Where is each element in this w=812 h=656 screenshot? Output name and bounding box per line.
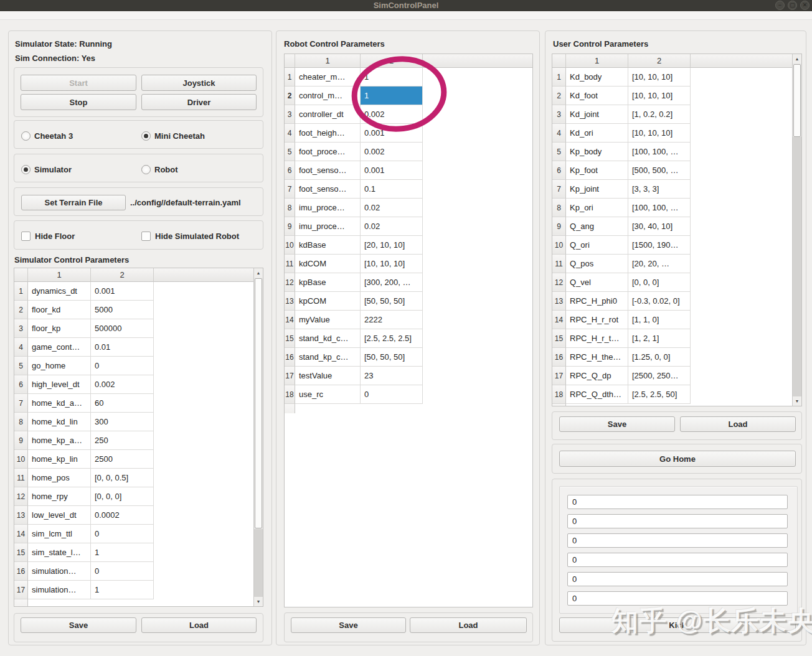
param-name-cell[interactable]: RPC_H_r_rot xyxy=(566,311,628,329)
param-name-cell[interactable]: Kd_foot xyxy=(566,87,628,105)
vertical-scrollbar[interactable]: ▲ ▼ xyxy=(253,268,263,606)
param-value-cell[interactable]: [1, 0.2, 0.2] xyxy=(628,105,691,124)
param-value-cell[interactable]: 0.001 xyxy=(361,161,423,180)
hide-simulated-robot-label[interactable]: Hide Simulated Robot xyxy=(155,232,239,241)
param-value-cell[interactable]: 5000 xyxy=(91,301,154,319)
row-header[interactable]: 6 xyxy=(14,375,28,394)
param-name-cell[interactable]: Kd_ori xyxy=(566,124,628,143)
row-header[interactable]: 4 xyxy=(552,124,566,143)
kick-input-1[interactable]: 0 xyxy=(567,495,788,509)
row-header[interactable]: 11 xyxy=(552,255,566,273)
row-header[interactable]: 1 xyxy=(14,282,28,301)
param-value-cell[interactable]: 0.001 xyxy=(91,282,154,301)
row-header[interactable]: 16 xyxy=(552,348,566,367)
row-header[interactable]: 12 xyxy=(285,273,295,292)
param-value-cell[interactable]: [2500, 250… xyxy=(628,367,691,385)
param-value-cell[interactable]: [0, 0, 0] xyxy=(628,273,691,292)
radio-mini-cheetah[interactable] xyxy=(141,131,151,141)
param-name-cell[interactable]: control_m… xyxy=(295,87,361,105)
row-header[interactable]: 14 xyxy=(14,525,28,543)
param-value-cell[interactable]: [50, 50, 50] xyxy=(361,292,423,311)
param-name-cell[interactable] xyxy=(28,599,91,607)
row-header[interactable]: 16 xyxy=(14,562,28,581)
param-value-cell[interactable]: [3, 3, 3] xyxy=(628,180,691,199)
row-header[interactable]: 4 xyxy=(285,124,295,143)
scroll-down-icon[interactable]: ▼ xyxy=(254,597,263,606)
row-header[interactable]: 7 xyxy=(14,394,28,413)
param-value-cell[interactable]: 0.002 xyxy=(361,143,423,161)
row-header[interactable]: 9 xyxy=(14,431,28,450)
row-header[interactable]: 18 xyxy=(285,385,295,404)
param-name-cell[interactable]: Kp_ori xyxy=(566,199,628,217)
sim-save-button[interactable]: Save xyxy=(21,617,136,633)
param-name-cell[interactable]: stand_kd_c… xyxy=(295,329,361,348)
param-name-cell[interactable]: simulation… xyxy=(28,581,91,599)
row-header[interactable] xyxy=(285,404,295,413)
robot-save-button[interactable]: Save xyxy=(291,617,406,633)
param-name-cell[interactable]: high_level_dt xyxy=(28,375,91,394)
row-header[interactable]: 2 xyxy=(552,87,566,105)
param-name-cell[interactable]: Kd_joint xyxy=(566,105,628,124)
kick-button[interactable]: Kick xyxy=(559,617,796,633)
maximize-icon[interactable]: ▢ xyxy=(788,1,797,10)
param-value-cell[interactable]: [500, 500, … xyxy=(628,161,691,180)
param-value-cell[interactable] xyxy=(361,404,423,413)
param-name-cell[interactable]: Kd_body xyxy=(566,68,628,87)
hide-floor-label[interactable]: Hide Floor xyxy=(35,232,75,241)
row-header[interactable]: 8 xyxy=(14,413,28,431)
param-value-cell[interactable]: 250 xyxy=(91,431,154,450)
param-value-cell[interactable]: 0.002 xyxy=(361,105,423,124)
row-header[interactable]: 14 xyxy=(552,311,566,329)
row-header[interactable]: 13 xyxy=(285,292,295,311)
param-name-cell[interactable]: testValue xyxy=(295,367,361,385)
param-value-cell[interactable]: 0.02 xyxy=(361,199,423,217)
param-name-cell[interactable]: foot_proce… xyxy=(295,143,361,161)
row-header[interactable]: 9 xyxy=(552,217,566,236)
column-header-1[interactable]: 1 xyxy=(295,54,361,68)
param-value-cell[interactable]: [2.5, 2.5, 2.5] xyxy=(361,329,423,348)
robot-load-button[interactable]: Load xyxy=(410,617,527,633)
driver-button[interactable]: Driver xyxy=(141,94,257,110)
param-value-cell[interactable]: 1 xyxy=(361,87,423,105)
param-value-cell[interactable]: 0.1 xyxy=(361,180,423,199)
param-value-cell[interactable]: [30, 40, 10] xyxy=(628,217,691,236)
param-name-cell[interactable]: controller_dt xyxy=(295,105,361,124)
user-load-button[interactable]: Load xyxy=(680,416,796,432)
param-value-cell[interactable]: 2222 xyxy=(361,311,423,329)
radio-robot[interactable] xyxy=(141,165,151,174)
row-header[interactable]: 8 xyxy=(552,199,566,217)
param-value-cell[interactable]: [300, 200, … xyxy=(361,273,423,292)
param-value-cell[interactable]: 23 xyxy=(361,367,423,385)
param-value-cell[interactable] xyxy=(91,599,154,607)
row-header[interactable]: 5 xyxy=(552,143,566,161)
param-name-cell[interactable]: Q_ang xyxy=(566,217,628,236)
param-name-cell[interactable]: Kp_joint xyxy=(566,180,628,199)
column-header-2[interactable]: 2 xyxy=(628,54,691,68)
param-value-cell[interactable]: 0.002 xyxy=(91,375,154,394)
row-header[interactable]: 13 xyxy=(14,506,28,525)
param-name-cell[interactable]: foot_senso… xyxy=(295,161,361,180)
row-header[interactable]: 14 xyxy=(285,311,295,329)
radio-cheetah3[interactable] xyxy=(21,131,31,141)
param-value-cell[interactable]: [0, 0, 0] xyxy=(91,487,154,506)
param-value-cell[interactable]: [20, 20, … xyxy=(628,255,691,273)
param-value-cell[interactable]: 60 xyxy=(91,394,154,413)
param-value-cell[interactable]: [10, 10, 10] xyxy=(361,255,423,273)
param-name-cell[interactable]: kpCOM xyxy=(295,292,361,311)
row-header[interactable]: 2 xyxy=(14,301,28,319)
kick-input-2[interactable]: 0 xyxy=(567,514,788,528)
param-name-cell[interactable]: floor_kd xyxy=(28,301,91,319)
param-name-cell[interactable]: kdCOM xyxy=(295,255,361,273)
scroll-down-icon[interactable]: ▼ xyxy=(793,396,801,406)
row-header[interactable]: 1 xyxy=(285,68,295,87)
param-name-cell[interactable]: Kp_foot xyxy=(566,161,628,180)
param-name-cell[interactable]: Q_pos xyxy=(566,255,628,273)
scrollbar-thumb[interactable] xyxy=(793,64,801,137)
simulator-parameters-table[interactable]: 1 2 1dynamics_dt0.0012floor_kd50003floor… xyxy=(14,268,263,607)
kick-input-6[interactable]: 0 xyxy=(567,591,788,606)
param-name-cell[interactable]: Q_ori xyxy=(566,236,628,255)
user-save-button[interactable]: Save xyxy=(559,416,675,432)
column-header-1[interactable]: 1 xyxy=(566,54,628,68)
stop-button[interactable]: Stop xyxy=(21,94,136,110)
param-value-cell[interactable]: [-0.3, 0.02, 0] xyxy=(628,292,691,311)
